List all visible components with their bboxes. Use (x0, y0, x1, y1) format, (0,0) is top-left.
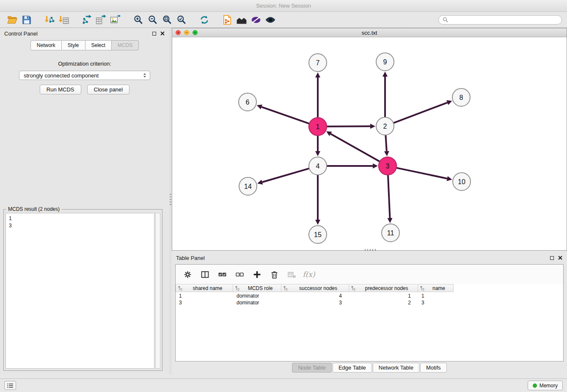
graph-edge-3-10[interactable] (396, 168, 447, 178)
tab-edge-table[interactable]: Edge Table (333, 363, 372, 373)
delete-icon[interactable] (269, 269, 279, 279)
zoom-window-icon[interactable] (193, 30, 198, 35)
graph-node-7[interactable]: 7 (309, 54, 327, 72)
table-cell: 3 (418, 300, 454, 306)
search-input[interactable] (450, 17, 558, 23)
network-canvas[interactable]: 7968124314101511 (172, 37, 567, 250)
graph-edge-1-6[interactable] (261, 107, 309, 124)
column-header-successor-nodes[interactable]: successor nodes (281, 284, 349, 292)
zoom-in-icon[interactable] (131, 13, 146, 27)
refresh-icon[interactable] (197, 13, 212, 27)
graph-edge-3-11[interactable] (388, 175, 390, 218)
status-bar: Memory (0, 378, 567, 392)
select-all-icon[interactable] (217, 269, 227, 279)
minimize-window-icon[interactable] (184, 30, 189, 35)
graph-node-6[interactable]: 6 (239, 93, 256, 111)
float-panel-icon[interactable] (152, 32, 156, 36)
graph-edge-3-1[interactable] (330, 134, 380, 162)
main-toolbar (0, 12, 567, 28)
graph-node-label: 1 (316, 123, 320, 130)
close-table-panel-icon[interactable] (558, 255, 563, 260)
tab-select[interactable]: Select (85, 40, 112, 50)
table-cell: 3 (176, 300, 233, 306)
graph-node-8[interactable]: 8 (452, 88, 470, 106)
export-network-icon[interactable] (80, 13, 94, 27)
panel-list-button[interactable] (4, 381, 16, 390)
search-box[interactable] (438, 15, 562, 25)
zoom-out-icon[interactable] (146, 13, 160, 27)
table-row[interactable]: 1dominator411 (176, 293, 563, 299)
columns-icon[interactable] (200, 269, 210, 279)
deselect-all-icon[interactable] (234, 269, 245, 279)
run-mcds-button[interactable]: Run MCDS (40, 85, 81, 94)
graph-node-2[interactable]: 2 (376, 117, 394, 135)
table-row[interactable]: 3dominator323 (176, 299, 563, 306)
graph-node-label: 9 (383, 58, 387, 66)
float-table-panel-icon[interactable] (550, 256, 554, 260)
zoom-fit-icon[interactable] (160, 13, 174, 27)
export-image-icon[interactable] (108, 13, 123, 27)
table-panel: Table Panel f(x) shared nameMCDS rolesuc… (172, 252, 567, 375)
tab-mcds[interactable]: MCDS (112, 40, 139, 50)
function-icon[interactable]: f(x) (304, 269, 314, 279)
tab-style[interactable]: Style (62, 40, 85, 50)
column-header-MCDS-role[interactable]: MCDS role (233, 284, 281, 292)
table-panel-header: Table Panel (172, 252, 567, 263)
graph-node-11[interactable]: 11 (382, 224, 399, 242)
graph-node-1[interactable]: 1 (309, 118, 327, 135)
graph-node-9[interactable]: 9 (376, 53, 394, 71)
graph-edge-4-14[interactable] (262, 168, 309, 182)
column-header-name[interactable]: name (418, 284, 454, 292)
tab-node-table[interactable]: Node Table (292, 363, 332, 373)
tab-motifs[interactable]: Motifs (420, 363, 447, 373)
window-resize-handle[interactable] (365, 249, 376, 251)
tab-network-table[interactable]: Network Table (373, 363, 419, 373)
hide-style-icon[interactable] (249, 13, 263, 27)
graph-edge-2-3[interactable] (385, 135, 386, 151)
import-network-icon[interactable] (42, 13, 57, 27)
table-cell: dominator (233, 300, 281, 306)
import-table-icon[interactable] (57, 13, 71, 27)
column-tree-icon (235, 285, 240, 291)
graph-node-14[interactable]: 14 (239, 177, 257, 195)
window-traffic-lights (176, 28, 198, 37)
tab-network[interactable]: Network (30, 40, 62, 50)
column-header-predecessor-nodes[interactable]: predecessor nodes (349, 284, 418, 292)
graph-edge-1-2[interactable] (327, 126, 370, 127)
export-table-icon[interactable] (94, 13, 108, 27)
graph-node-label: 8 (460, 94, 463, 101)
open-file-icon[interactable] (5, 13, 19, 27)
memory-status-dot (533, 384, 537, 388)
table-cell: dominator (233, 293, 281, 299)
graph-node-label: 6 (246, 99, 250, 106)
table-toolbar: f(x) (176, 265, 563, 284)
result-scrollbar[interactable] (155, 213, 160, 369)
result-line: 3 (9, 222, 151, 229)
close-panel-button[interactable]: Close panel (87, 85, 130, 94)
column-header-shared-name[interactable]: shared name (176, 284, 233, 292)
memory-button[interactable]: Memory (528, 381, 563, 390)
graph-node-10[interactable]: 10 (453, 173, 471, 190)
table-tabs: Node TableEdge TableNetwork TableMotifs (172, 363, 567, 373)
network-file-icon[interactable] (220, 13, 234, 27)
show-details-icon[interactable] (263, 13, 278, 27)
graph-node-3[interactable]: 3 (379, 157, 396, 175)
graph-node-label: 7 (316, 59, 320, 66)
mcds-result-content: 13 (6, 213, 154, 369)
zoom-selected-icon[interactable] (174, 13, 189, 27)
optimization-dropdown[interactable]: strongly connected component (19, 71, 150, 80)
overview-icon[interactable] (234, 13, 249, 27)
network-graph: 7968124314101511 (172, 37, 567, 250)
table-panel-title: Table Panel (176, 255, 205, 261)
save-session-icon[interactable] (19, 13, 34, 27)
graph-node-15[interactable]: 15 (309, 226, 327, 243)
column-tree-icon (283, 285, 289, 291)
settings-icon[interactable] (182, 269, 193, 279)
add-icon[interactable] (252, 269, 262, 279)
close-window-icon[interactable] (176, 30, 181, 35)
close-panel-icon[interactable] (160, 31, 165, 36)
delete-column-icon[interactable] (286, 269, 297, 279)
mcds-result-title: MCDS result (2 nodes) (6, 206, 61, 212)
graph-node-4[interactable]: 4 (309, 157, 327, 175)
graph-edge-2-8[interactable] (394, 102, 448, 123)
